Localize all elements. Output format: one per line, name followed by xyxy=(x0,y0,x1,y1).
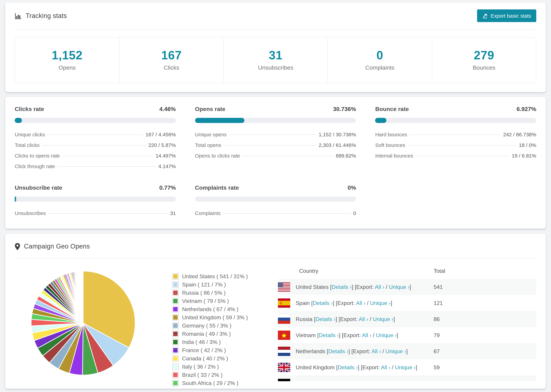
export-unique-link[interactable]: Unique › xyxy=(386,348,406,354)
divider xyxy=(15,29,536,30)
details-link[interactable]: Details › xyxy=(313,300,333,306)
rate-detail-label: Total clicks xyxy=(15,142,40,148)
legend-item-united-kingdom[interactable]: United Kingdom ( 59 / 3% ) xyxy=(172,314,263,321)
export-unique-link[interactable]: Unique › xyxy=(376,332,397,338)
export-all-link[interactable]: All › xyxy=(356,300,365,306)
export-unique-link[interactable]: Unique › xyxy=(389,284,410,290)
rate-detail-label: Internal bounces xyxy=(375,153,413,159)
legend-item-romania[interactable]: Romania ( 49 / 3% ) xyxy=(172,331,263,337)
geo-table-row-netherlands: Netherlands [Details ›] [Export: All › /… xyxy=(278,343,536,359)
export-all-link[interactable]: All › xyxy=(362,332,371,338)
rate-detail-value: 18 / 0% xyxy=(519,142,536,148)
country-cell-text: Germany [Details ›] [Export: All › / Uni… xyxy=(296,380,401,381)
rate-detail-value: 1,152 / 30.736% xyxy=(319,132,356,137)
dotted-leader xyxy=(408,145,516,146)
rate-detail-label: Soft bounces xyxy=(375,142,405,148)
legend-swatch xyxy=(172,355,179,362)
nl-flag-icon xyxy=(278,347,290,356)
export-unique-link[interactable]: Unique › xyxy=(379,380,399,381)
legend-swatch xyxy=(172,314,179,321)
rate-detail-value: 242 / 86.738% xyxy=(503,132,536,137)
legend-item-netherlands[interactable]: Netherlands ( 67 / 4% ) xyxy=(172,306,263,313)
geo-table-header-total: Total xyxy=(434,263,536,279)
legend-label: Brazil ( 33 / 2% ) xyxy=(182,372,223,378)
legend-item-south-africa[interactable]: South Africa ( 29 / 2% ) xyxy=(172,380,263,386)
geo-table-row-united-kingdom: United Kingdom [Details ›] [Export: All … xyxy=(278,359,536,375)
tracking-stats-page: Tracking stats Export basic stats 1,152 … xyxy=(0,3,551,392)
export-unique-link[interactable]: Unique › xyxy=(370,300,391,306)
rate-progress-fill xyxy=(195,118,244,123)
tracking-stats-card: Tracking stats Export basic stats 1,152 … xyxy=(5,3,546,92)
export-unique-link[interactable]: Unique › xyxy=(395,364,416,370)
gb-flag-icon xyxy=(278,363,290,372)
export-unique-link[interactable]: Unique › xyxy=(373,316,393,322)
rate-detail-row: Clicks to opens rate 14.497% xyxy=(15,150,176,161)
geo-table-row-united-states: United States [Details ›] [Export: All ›… xyxy=(278,279,536,295)
details-link[interactable]: Details › xyxy=(321,380,341,381)
rate-detail-value: 31 xyxy=(170,210,176,216)
legend-item-canada[interactable]: Canada ( 40 / 2% ) xyxy=(172,355,263,362)
rate-detail-value: 220 / 5.87% xyxy=(148,142,176,148)
rate-title: Complaints rate xyxy=(195,185,239,191)
legend-item-vietnam[interactable]: Vietnam ( 79 / 5% ) xyxy=(172,298,263,304)
export-all-link[interactable]: All › xyxy=(365,380,374,381)
rate-detail-label: Hard bounces xyxy=(375,132,407,137)
geo-body: United States ( 541 / 31% ) Spain ( 121 … xyxy=(15,263,536,388)
country-cell-text: Spain [Details ›] [Export: All › / Uniqu… xyxy=(296,300,392,306)
legend-swatch xyxy=(172,306,179,313)
legend-item-russia[interactable]: Russia ( 86 / 5% ) xyxy=(172,290,263,296)
country-total: 79 xyxy=(434,327,536,343)
country-cell-text: Vietnam [Details ›] [Export: All › / Uni… xyxy=(296,332,398,338)
export-all-link[interactable]: All › xyxy=(375,284,384,290)
rate-value: 4.46% xyxy=(159,106,176,113)
rate-detail-row: Internal bounces 19 / 6.81% xyxy=(375,150,536,161)
geo-table-header-country: Country xyxy=(278,263,434,279)
rate-detail-row: Soft bounces 18 / 0% xyxy=(375,140,536,150)
summary-stat-opens: 1,152 Opens xyxy=(15,37,119,83)
rate-detail-row: Unique opens 1,152 / 30.736% xyxy=(195,129,356,140)
export-all-link[interactable]: All › xyxy=(372,348,381,354)
rate-section-bounce-rate: Bounce rate 6.927% Hard bounces 242 / 86… xyxy=(375,106,536,172)
geo-table: CountryTotal United States [Details ›] [… xyxy=(278,263,536,381)
rate-detail-value: 167 / 4.456% xyxy=(146,132,176,137)
details-link[interactable]: Details › xyxy=(328,348,348,354)
rate-title: Unsubscribe rate xyxy=(15,185,62,191)
campaign-geo-opens-card: Campaign Geo Opens United States ( 541 /… xyxy=(5,234,546,389)
dotted-leader xyxy=(410,135,501,135)
stat-label: Clicks xyxy=(122,64,221,71)
legend-item-spain[interactable]: Spain ( 121 / 7% ) xyxy=(172,281,263,288)
details-link[interactable]: Details › xyxy=(332,284,352,290)
rate-detail-row: Complaints 0 xyxy=(195,208,356,218)
legend-label: Romania ( 49 / 3% ) xyxy=(182,331,231,337)
rate-section-unsubscribe-rate: Unsubscribe rate 0.77% Unsubscribes 31 xyxy=(15,185,176,218)
summary-stat-clicks: 167 Clicks xyxy=(119,37,224,83)
stat-value: 279 xyxy=(435,49,533,62)
rate-detail-row: Total opens 2,303 / 61.446% xyxy=(195,140,356,150)
legend-item-india[interactable]: India ( 46 / 3% ) xyxy=(172,339,263,345)
export-icon xyxy=(482,13,487,19)
legend-swatch xyxy=(172,347,179,354)
dotted-leader xyxy=(224,145,316,146)
dotted-leader xyxy=(57,166,156,167)
rate-head: Complaints rate 0% xyxy=(195,185,356,191)
details-link[interactable]: Details › xyxy=(338,364,358,370)
rate-section-clicks-rate: Clicks rate 4.46% Unique clicks 167 / 4.… xyxy=(15,106,176,172)
legend-item-germany[interactable]: Germany ( 55 / 3% ) xyxy=(172,322,263,329)
dotted-leader xyxy=(223,213,351,214)
export-basic-stats-button[interactable]: Export basic stats xyxy=(477,9,536,22)
legend-swatch xyxy=(172,273,179,280)
legend-item-united-states[interactable]: United States ( 541 / 31% ) xyxy=(172,273,263,280)
legend-item-france[interactable]: France ( 42 / 2% ) xyxy=(172,347,263,354)
export-all-link[interactable]: All › xyxy=(381,364,390,370)
details-link[interactable]: Details › xyxy=(319,332,339,338)
export-all-link[interactable]: All › xyxy=(359,316,368,322)
geo-table-row-vietnam: Vietnam [Details ›] [Export: All › / Uni… xyxy=(278,327,536,343)
details-link[interactable]: Details › xyxy=(316,316,336,322)
map-pin-icon xyxy=(15,243,20,250)
dotted-leader xyxy=(48,213,168,214)
rate-progress-track xyxy=(15,118,176,123)
legend-item-italy[interactable]: Italy ( 36 / 2% ) xyxy=(172,364,263,370)
vn-flag-icon xyxy=(278,331,290,340)
legend-item-brazil[interactable]: Brazil ( 33 / 2% ) xyxy=(172,372,263,378)
rate-detail-value: 0 xyxy=(353,210,356,216)
